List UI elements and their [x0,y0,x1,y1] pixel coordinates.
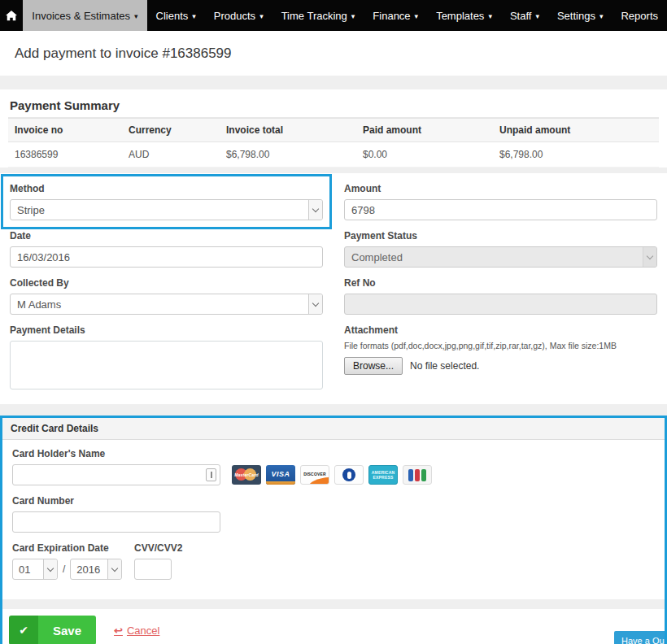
chevron-down-icon [643,247,656,267]
method-selected-value: Stripe [17,204,45,216]
credit-card-section: Credit Card Details Card Holder's Name M… [0,416,667,644]
cell-invoice-total: $6,798.00 [220,142,356,168]
payment-details-textarea[interactable] [10,341,323,389]
date-input[interactable] [10,246,323,268]
card-holder-input[interactable] [12,464,220,485]
cvv-input[interactable] [134,559,172,580]
discover-icon: DISCOVER [300,465,329,485]
mastercard-icon: MasterCard [232,465,261,485]
collected-by-field-group: Collected By M Adams [10,277,323,315]
nav-item-label: Invoices & Estimates [32,10,130,22]
summary-header-row: Invoice no Currency Invoice total Paid a… [8,119,659,142]
nav-item-finance[interactable]: Finance ▾ [364,0,427,31]
nav-item-staff[interactable]: Staff ▾ [501,0,548,31]
caret-down-icon: ▾ [134,13,138,20]
form-actions-footer: ✔ Save ↩ Cancel Have a Quest [2,609,665,644]
col-invoice-no: Invoice no [8,119,122,142]
nav-item-label: Products [214,10,255,22]
payment-status-selected-value: Completed [351,251,403,263]
cancel-link-label: Cancel [127,624,159,637]
payment-details-label: Payment Details [10,324,323,336]
home-icon-glyph [6,10,17,21]
caret-down-icon: ▾ [259,13,264,20]
expiration-month-value: 01 [19,564,30,576]
nav-item-clients[interactable]: Clients ▾ [147,0,205,31]
cell-paid-amount: $0.00 [356,142,493,168]
diners-club-icon [334,465,364,485]
method-field-group: Method Stripe [10,183,323,220]
section-gap [0,76,667,89]
cell-currency: AUD [122,142,220,168]
card-number-label: Card Number [12,495,220,507]
nav-item-label: Reports [621,10,658,22]
caret-down-icon: ▾ [599,13,604,20]
col-unpaid-amount: Unpaid amount [493,119,659,142]
browse-button[interactable]: Browse... [344,357,403,375]
nav-item-invoices-estimates[interactable]: Invoices & Estimates ▾ [23,0,146,31]
amount-field-group: Amount [344,183,657,220]
section-gap [0,168,667,173]
caret-down-icon: ▾ [192,13,196,20]
expiration-separator: / [63,564,65,575]
attachment-hint: File formats (pdf,doc,docx,jpg,png,gif,t… [344,341,657,350]
amount-label: Amount [344,183,657,194]
caret-down-icon: ▾ [488,13,492,20]
payment-summary-table: Invoice no Currency Invoice total Paid a… [8,118,659,168]
payment-status-select: Completed [344,246,657,268]
undo-arrow-icon: ↩ [114,624,123,637]
credit-card-heading: Credit Card Details [2,418,665,440]
nav-item-label: Finance [373,10,410,22]
expiration-month-select[interactable]: 01 [12,559,58,580]
collected-by-label: Collected By [10,277,323,289]
visa-icon: VISA [266,465,295,485]
nav-item-time-tracking[interactable]: Time Tracking ▾ [272,0,364,31]
collected-by-select[interactable]: M Adams [10,294,323,315]
method-select[interactable]: Stripe [10,199,323,220]
payment-details-field-group: Payment Details [10,324,323,393]
amount-input[interactable] [344,199,657,220]
caret-down-icon: ▾ [351,13,355,20]
cell-invoice-no: 16386599 [8,142,122,168]
home-icon[interactable] [0,0,23,31]
check-icon: ✔ [9,616,38,644]
nav-item-label: Clients [156,10,189,22]
autofill-icon [206,468,216,481]
collected-by-selected-value: M Adams [17,298,61,311]
save-button[interactable]: ✔ Save [9,616,96,644]
have-a-question-button[interactable]: Have a Quest [614,631,665,644]
payment-summary-panel: Payment Summary Invoice no Currency Invo… [0,89,667,168]
nav-item-products[interactable]: Products ▾ [205,0,272,31]
nav-item-templates[interactable]: Templates ▾ [427,0,501,31]
method-label: Method [10,183,323,194]
american-express-icon: AMERICAN EXPRESS [368,465,398,485]
file-status-text: No file selected. [410,360,479,372]
caret-down-icon: ▾ [415,13,419,20]
payment-status-field-group: Payment Status Completed [344,230,657,268]
date-field-group: Date [10,230,323,268]
chevron-down-icon [308,200,322,220]
nav-item-label: Templates [436,10,484,22]
accepted-card-icons: MasterCard VISA DISCOVER AMERICAN EXPRES… [232,465,432,485]
cvv-label: CVV/CVV2 [134,542,655,554]
nav-item-label: Staff [510,10,532,22]
caret-down-icon: ▾ [535,13,539,20]
attachment-label: Attachment [344,324,657,336]
cancel-link[interactable]: ↩ Cancel [114,624,159,637]
chevron-down-icon [107,559,121,579]
col-paid-amount: Paid amount [356,119,493,142]
title-bar: Add payment to invoice #16386599 [0,31,667,76]
attachment-field-group: Attachment File formats (pdf,doc,docx,jp… [344,324,657,393]
card-holder-label: Card Holder's Name [12,448,655,459]
jcb-icon [403,465,432,485]
col-currency: Currency [122,119,220,142]
nav-item-label: Settings [557,10,595,22]
nav-item-reports[interactable]: Reports [612,0,667,31]
ref-no-input [344,294,657,315]
payment-form-panel: Method Stripe Amount Date Payment Status… [0,173,667,404]
nav-item-settings[interactable]: Settings ▾ [548,0,613,31]
expiration-year-select[interactable]: 2016 [70,559,122,580]
card-number-input[interactable] [12,511,220,533]
page-title: Add payment to invoice #16386599 [15,46,232,62]
top-navbar: Invoices & Estimates ▾ Clients ▾ Product… [0,0,667,31]
expiration-year-value: 2016 [76,564,100,576]
